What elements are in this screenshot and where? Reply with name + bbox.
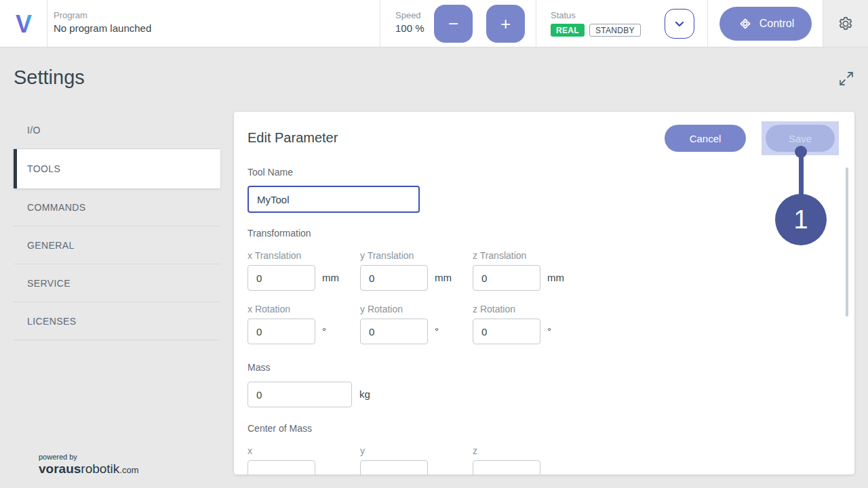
page-title: Settings [14, 66, 85, 89]
speed-decrease-button[interactable]: − [434, 5, 473, 43]
app-logo: V [0, 0, 47, 47]
y-translation-label: y Translation [360, 250, 414, 261]
speed-label: Speed [395, 9, 425, 21]
toolbar-divider [380, 0, 380, 47]
settings-gear-button[interactable] [823, 0, 868, 47]
selected-indicator-bar [14, 149, 17, 188]
center-of-mass-label: Center of Mass [248, 423, 312, 434]
com-z-input[interactable] [473, 460, 540, 474]
z-rotation-unit: ° [547, 325, 551, 337]
x-rotation-unit: ° [322, 325, 326, 337]
panel-scrollbar[interactable] [846, 167, 848, 317]
expand-icon [837, 70, 855, 87]
program-label: Program [54, 9, 151, 21]
z-translation-label: z Translation [473, 250, 526, 261]
y-rotation-unit: ° [435, 325, 439, 337]
z-translation-input[interactable] [473, 265, 540, 291]
sidebar-item-io[interactable]: I/O [14, 111, 220, 149]
status-label: Status [551, 9, 641, 21]
sidebar-item-commands[interactable]: COMMANDS [14, 188, 220, 226]
speed-status: Speed 100 % [395, 9, 425, 36]
control-button[interactable]: Control [719, 7, 812, 41]
x-rotation-label: x Rotation [248, 304, 290, 314]
edit-parameter-panel: Edit Parameter Cancel Save Tool Name Tra… [234, 112, 854, 474]
sidebar-item-general[interactable]: GENERAL [14, 226, 220, 264]
transformation-label: Transformation [248, 228, 311, 239]
status-badge-standby: STANDBY [589, 24, 641, 37]
x-translation-input[interactable] [248, 265, 315, 291]
sidebar-item-label: SERVICE [27, 278, 71, 289]
sidebar-item-label: GENERAL [27, 240, 75, 251]
speed-increase-button[interactable]: + [486, 5, 525, 43]
com-x-input[interactable] [248, 460, 315, 474]
gear-icon [837, 15, 854, 33]
fullscreen-toggle-button[interactable] [837, 70, 855, 87]
brand-suffix: .com [119, 465, 138, 475]
robot-status: Status REAL STANDBY [551, 9, 641, 37]
x-translation-unit: mm [322, 272, 339, 283]
top-toolbar: V Program No program launched Speed 100 … [0, 0, 868, 47]
sidebar-item-label: LICENSES [27, 316, 76, 327]
y-translation-input[interactable] [360, 265, 428, 291]
brand-name-bold: voraus [39, 462, 81, 476]
voraus-logo-icon: V [10, 10, 37, 37]
control-button-label: Control [760, 18, 795, 30]
mass-unit: kg [359, 388, 370, 400]
svg-text:V: V [15, 10, 31, 37]
x-translation-label: x Translation [248, 250, 301, 261]
settings-sidebar: I/O TOOLS COMMANDS GENERAL SERVICE LICEN… [14, 111, 220, 340]
com-y-input[interactable] [360, 460, 428, 474]
x-rotation-input[interactable] [248, 319, 315, 344]
program-status: Program No program launched [54, 9, 151, 36]
tool-name-label: Tool Name [248, 167, 293, 178]
com-x-label: x [248, 445, 252, 456]
save-button-highlight: Save [762, 121, 839, 155]
powered-by-label: powered by [39, 453, 139, 462]
sidebar-item-tools[interactable]: TOOLS [14, 149, 220, 188]
program-value: No program launched [54, 21, 151, 36]
move-control-icon [737, 16, 753, 32]
status-badge-real: REAL [551, 24, 585, 37]
status-expand-button[interactable] [665, 9, 694, 39]
sidebar-item-label: I/O [27, 125, 41, 136]
sidebar-item-label: COMMANDS [27, 202, 85, 213]
y-rotation-input[interactable] [360, 319, 428, 344]
save-button[interactable]: Save [766, 125, 835, 152]
com-y-label: y [360, 445, 365, 456]
mass-label: Mass [248, 362, 270, 373]
tool-name-input[interactable] [248, 186, 420, 213]
panel-title: Edit Parameter [248, 130, 338, 146]
toolbar-divider [536, 0, 536, 47]
y-translation-unit: mm [435, 272, 452, 283]
y-rotation-label: y Rotation [360, 304, 403, 314]
z-translation-unit: mm [547, 272, 564, 283]
powered-by-brand: powered by vorausrobotik.com [39, 453, 139, 477]
cancel-button[interactable]: Cancel [665, 125, 746, 152]
sidebar-item-licenses[interactable]: LICENSES [14, 302, 220, 340]
brand-name-regular: robotik [81, 462, 119, 476]
speed-value: 100 % [395, 21, 425, 36]
toolbar-divider [707, 0, 708, 47]
com-z-label: z [473, 445, 477, 456]
mass-input[interactable] [248, 382, 352, 407]
z-rotation-label: z Rotation [473, 304, 515, 314]
chevron-down-icon [672, 16, 687, 31]
z-rotation-input[interactable] [473, 319, 540, 344]
sidebar-item-service[interactable]: SERVICE [14, 264, 220, 302]
sidebar-item-label: TOOLS [27, 163, 60, 174]
